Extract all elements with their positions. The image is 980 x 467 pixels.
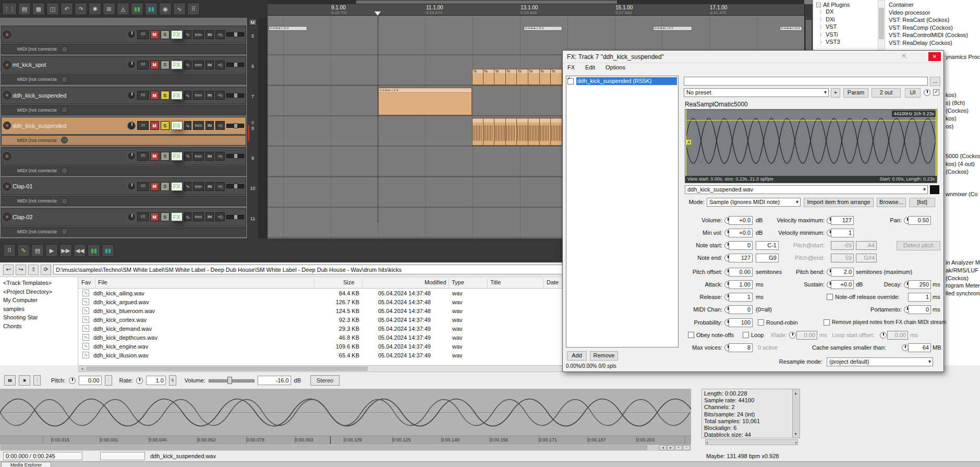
plugin-list-item[interactable]: Video processor bbox=[887, 9, 980, 17]
envelope-button[interactable] bbox=[184, 182, 191, 191]
pan-knob[interactable] bbox=[127, 122, 136, 130]
midi-knob[interactable] bbox=[61, 106, 68, 113]
pitch-knob[interactable] bbox=[69, 377, 76, 384]
mute-button[interactable]: M bbox=[150, 121, 159, 130]
xfade-knob[interactable] bbox=[789, 332, 796, 339]
preset-name-field[interactable] bbox=[684, 77, 928, 86]
meter-a-icon[interactable]: ▮▮ bbox=[88, 244, 100, 257]
fx-chain-item[interactable]: ddh_kick_suspended (RS5K) bbox=[576, 77, 677, 85]
plugin-list-item-fragment[interactable]: kos) (4 out) bbox=[946, 161, 975, 167]
media-item-segment[interactable]: Te bbox=[472, 69, 483, 85]
pan-knob[interactable] bbox=[127, 213, 136, 221]
trim-button[interactable]: trim bbox=[193, 152, 204, 161]
fast-forward-icon[interactable]: ▶▶ bbox=[59, 244, 72, 257]
column-fav[interactable]: Fav bbox=[81, 279, 91, 285]
media-item-segment[interactable] bbox=[528, 118, 540, 146]
sustain-value[interactable]: +0.0 bbox=[831, 280, 854, 289]
loop-start-knob[interactable] bbox=[880, 332, 887, 339]
collapse-icon[interactable]: − bbox=[816, 3, 821, 7]
track-name[interactable]: ddh_kick_suspended bbox=[13, 92, 126, 99]
media-explorer-tab[interactable]: Media Explorer bbox=[1, 462, 51, 467]
sidebar-shortcut[interactable]: Shooting Star bbox=[0, 313, 78, 322]
column-type[interactable]: Type bbox=[452, 279, 464, 285]
wave-scroll-right-icon[interactable]: ▸ bbox=[667, 445, 674, 450]
notes-icon[interactable]: ▤ bbox=[31, 244, 44, 257]
redo-icon[interactable]: ↷ bbox=[75, 3, 87, 15]
plugin-list-item[interactable]: VST: ReaDelay (Cockos) bbox=[887, 39, 980, 47]
rewind-icon[interactable]: ◀◀ bbox=[74, 244, 86, 257]
envelope-button[interactable] bbox=[184, 91, 191, 100]
param-button[interactable]: Param bbox=[843, 88, 868, 98]
solo-button[interactable]: S bbox=[161, 152, 170, 161]
pitch-reset-button[interactable]: · bbox=[105, 375, 112, 386]
trim-button[interactable]: trim bbox=[193, 121, 204, 130]
open-project-icon[interactable]: ▦ bbox=[32, 3, 45, 15]
probability-value[interactable]: 100 bbox=[729, 318, 753, 327]
solo-button[interactable]: S bbox=[161, 121, 170, 130]
output-channels-button[interactable]: 2 out bbox=[872, 88, 901, 98]
auto-play-button[interactable]: ⋮ bbox=[33, 375, 41, 386]
sample-file-combo[interactable]: ddh_kick_suspended.wav bbox=[685, 185, 928, 194]
preset-combo[interactable]: No preset bbox=[684, 88, 829, 97]
input-button[interactable]: IN bbox=[205, 212, 214, 221]
solo-button[interactable]: S bbox=[161, 61, 170, 69]
play-icon[interactable]: ▶ bbox=[45, 244, 58, 257]
mode-combo[interactable]: Sample (Ignores MIDI note) bbox=[707, 198, 801, 207]
record-arm-button[interactable] bbox=[3, 183, 11, 190]
plugin-list-item-fragment[interactable]: 5000 (Cockos bbox=[946, 153, 980, 159]
route-button[interactable] bbox=[137, 61, 149, 69]
track-name[interactable]: Clap-01 bbox=[13, 183, 126, 189]
max-voices-value[interactable]: 8 bbox=[729, 343, 753, 352]
save-project-icon[interactable]: ◫ bbox=[46, 3, 59, 15]
release-value[interactable]: 1 bbox=[729, 293, 753, 302]
monitor-icon[interactable] bbox=[215, 182, 225, 191]
track-name[interactable]: mt_kick_spot bbox=[13, 62, 126, 68]
track-number[interactable]: 11 bbox=[248, 216, 258, 222]
column-title[interactable]: Title bbox=[490, 279, 501, 285]
parent-folder-icon[interactable]: ⇧ bbox=[28, 265, 39, 275]
media-item-segment[interactable] bbox=[494, 118, 506, 146]
import-item-button[interactable]: Import item from arrange bbox=[804, 198, 874, 207]
record-arm-button[interactable] bbox=[3, 152, 11, 160]
dock-grip-icon[interactable]: ⋮⋮ bbox=[2, 3, 17, 15]
track-name[interactable]: ddh_kick_suspended bbox=[13, 123, 126, 129]
cache-value[interactable]: 64 bbox=[908, 343, 931, 352]
sidebar-shortcut[interactable]: Chords bbox=[0, 322, 78, 331]
plugin-list-item-fragment[interactable]: (Cockos) bbox=[946, 107, 969, 114]
note-off-override-checkbox[interactable] bbox=[827, 294, 833, 300]
new-project-icon[interactable]: ▤ bbox=[18, 3, 31, 15]
fx-button[interactable]: FX bbox=[171, 121, 183, 130]
resample-mode-combo[interactable]: (project default) bbox=[827, 357, 933, 366]
input-button[interactable]: IN bbox=[205, 152, 214, 161]
solo-button[interactable]: S bbox=[161, 182, 170, 191]
fx-button[interactable]: FX bbox=[171, 182, 183, 191]
info-hscrollbar[interactable]: ◂▸ bbox=[705, 439, 798, 445]
media-item-segment[interactable] bbox=[506, 118, 517, 146]
plugin-list-item[interactable]: VST: ReaComp (Cockos) bbox=[887, 24, 980, 32]
plugin-list-item[interactable]: Container bbox=[887, 1, 980, 9]
column-modified[interactable]: Modified bbox=[425, 279, 446, 285]
trim-button[interactable]: trim bbox=[193, 61, 204, 69]
fx-button[interactable]: FX bbox=[171, 61, 183, 69]
midi-knob[interactable] bbox=[61, 76, 68, 83]
monitor-icon[interactable] bbox=[215, 152, 225, 161]
fx-button[interactable]: FX bbox=[171, 91, 183, 100]
solo-button[interactable]: S bbox=[161, 91, 170, 100]
route-button[interactable] bbox=[137, 182, 149, 191]
media-item-segment[interactable]: Te bbox=[517, 69, 528, 85]
midi-chan-value[interactable]: 0 bbox=[729, 305, 753, 314]
record-arm-button[interactable] bbox=[3, 91, 11, 99]
metronome-icon[interactable]: ◬ bbox=[117, 3, 129, 15]
project-settings-icon[interactable]: ✱ bbox=[89, 3, 101, 15]
trim-button[interactable]: trim bbox=[193, 30, 204, 39]
preview-volume-slider[interactable] bbox=[209, 377, 255, 384]
media-item-group[interactable] bbox=[472, 118, 562, 146]
mute-button[interactable]: M bbox=[150, 152, 159, 161]
pan-knob[interactable] bbox=[127, 91, 136, 100]
ui-toggle-button[interactable]: UI bbox=[905, 88, 921, 98]
media-item-segment[interactable]: Te bbox=[528, 69, 540, 85]
mute-button[interactable]: M bbox=[150, 182, 159, 191]
envelope-icon[interactable]: ∿ bbox=[173, 3, 186, 15]
pitch-start-note[interactable]: A4 bbox=[856, 241, 877, 250]
plugin-list-item-fragment[interactable]: wnmixer (Co bbox=[946, 191, 978, 197]
